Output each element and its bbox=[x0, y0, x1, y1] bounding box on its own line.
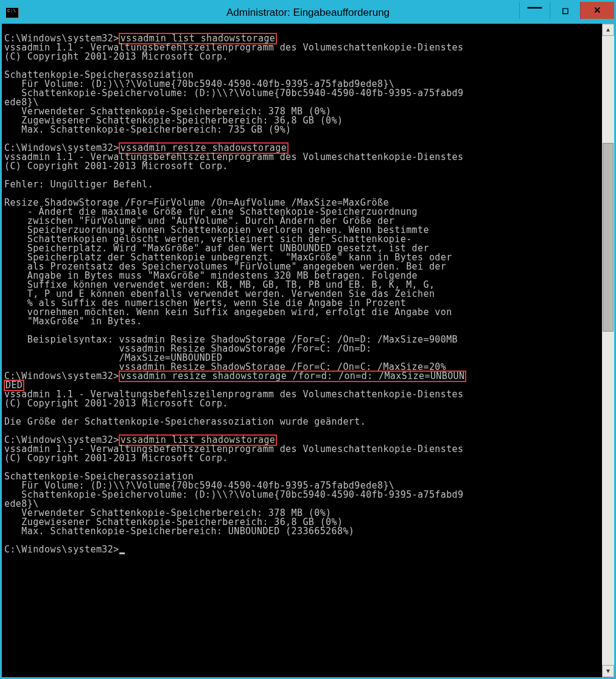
scroll-up-button[interactable]: ▲ bbox=[602, 24, 614, 36]
command-line: C:\Windows\system32> bbox=[4, 545, 602, 554]
window-title: Administrator: Eingabeaufforderung bbox=[226, 7, 390, 19]
highlighted-command: vssadmin resize shadowstorage /for=d: /o… bbox=[119, 371, 467, 382]
output-block: vssadmin 1.1 - Verwaltungsbefehlszeilenp… bbox=[4, 42, 463, 135]
scrollbar-thumb[interactable] bbox=[603, 143, 614, 332]
scrollbar[interactable]: ▲ ▼ bbox=[602, 24, 614, 677]
scroll-down-button[interactable]: ▼ bbox=[602, 665, 614, 677]
cursor bbox=[119, 552, 125, 554]
minimize-button[interactable]: — bbox=[519, 2, 550, 19]
window-controls: — ◻ ✕ bbox=[519, 2, 614, 24]
maximize-button[interactable]: ◻ bbox=[550, 2, 580, 19]
command-prompt-window: Administrator: Eingabeaufforderung — ◻ ✕… bbox=[0, 0, 616, 679]
output-block: vssadmin 1.1 - Verwaltungsbefehlszeilenp… bbox=[4, 444, 463, 537]
command-line: C:\Windows\system32>vssadmin resize shad… bbox=[4, 372, 602, 381]
scrollbar-track[interactable] bbox=[602, 36, 614, 665]
close-button[interactable]: ✕ bbox=[580, 2, 614, 19]
terminal-output[interactable]: C:\Windows\system32>vssadmin list shadow… bbox=[2, 24, 602, 677]
prompt: C:\Windows\system32> bbox=[4, 544, 119, 555]
cmd-icon bbox=[5, 7, 19, 18]
terminal-area: C:\Windows\system32>vssadmin list shadow… bbox=[2, 24, 614, 677]
output-block: vssadmin 1.1 - Verwaltungsbefehlszeilenp… bbox=[4, 389, 463, 427]
output-block: vssadmin 1.1 - Verwaltungsbefehlszeilenp… bbox=[4, 151, 463, 372]
titlebar[interactable]: Administrator: Eingabeaufforderung — ◻ ✕ bbox=[2, 2, 614, 24]
